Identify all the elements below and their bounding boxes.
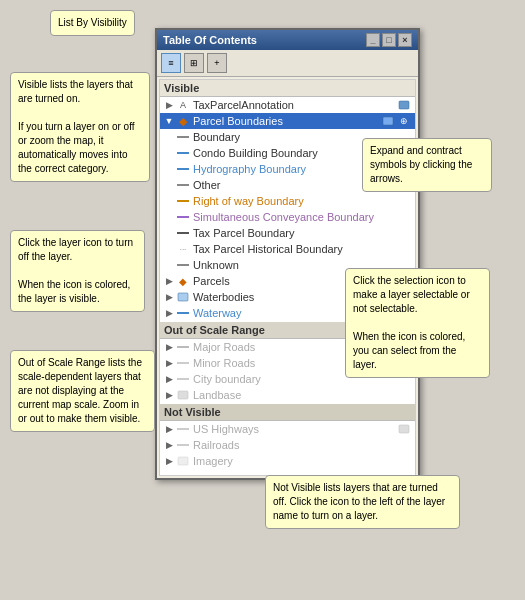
svg-rect-6 [178,457,188,465]
callout-selection-icon: Click the selection icon to make a layer… [345,268,490,378]
svg-rect-0 [399,101,409,109]
dots-symbol: ··· [176,242,190,256]
line-symbol [176,178,190,192]
layer-name: Waterway [193,307,242,319]
layer-name: Right of way Boundary [193,195,304,207]
layer-name: Unknown [193,259,239,271]
callout-visible-text: Visible lists the layers that are turned… [18,79,135,174]
layer-parcel-boundaries[interactable]: ▼ ◆ Parcel Boundaries ⊕ [160,113,415,129]
layer-name: Waterbodies [193,291,254,303]
toc-toolbar: ≡ ⊞ + [157,50,418,77]
layer-tax-parcel-boundary[interactable]: Tax Parcel Boundary [160,225,415,241]
layer-imagery[interactable]: ▶ Imagery [160,453,415,469]
layer-name: Imagery [193,455,233,467]
expand-arrow[interactable]: ▶ [164,276,174,286]
layer-landbase[interactable]: ▶ Landbase [160,387,415,403]
svg-rect-1 [383,117,393,125]
railroad-icon [176,438,190,452]
properties-button[interactable]: ⊞ [184,53,204,73]
svg-rect-4 [178,391,188,399]
line-symbol [176,194,190,208]
list-view-button[interactable]: ≡ [161,53,181,73]
expand-arrow[interactable]: ▶ [164,390,174,400]
visibility-icon[interactable] [397,422,411,436]
toc-title: Table Of Contents [163,34,257,46]
callout-layer-icon: Click the layer icon to turn off the lay… [10,230,145,312]
imagery-icon [176,454,190,468]
layer-name: Condo Building Boundary [193,147,318,159]
layer-railroads[interactable]: ▶ Railroads [160,437,415,453]
layer-name: Tax Parcel Historical Boundary [193,243,343,255]
layer-action-icons [397,98,411,112]
layer-name: US Highways [193,423,259,435]
line-symbol [176,258,190,272]
toc-window: Table Of Contents _ □ × ≡ ⊞ + Visible ▶ … [155,28,420,480]
toc-titlebar-icons: _ □ × [366,33,412,47]
expand-arrow[interactable]: ▶ [164,342,174,352]
boundary-icon [176,372,190,386]
section-not-visible: Not Visible [160,404,415,421]
layer-name: Railroads [193,439,239,451]
highway-icon [176,422,190,436]
callout-expand-text: Expand and contract symbols by clicking … [370,145,472,184]
layer-name: City boundary [193,373,261,385]
road-icon [176,340,190,354]
callout-not-visible-text: Not Visible lists layers that are turned… [273,482,445,521]
line-icon [176,306,190,320]
expand-arrow[interactable]: ▶ [164,440,174,450]
diamond-icon: ◆ [176,274,190,288]
layer-name: Major Roads [193,341,255,353]
expand-arrow[interactable]: ▶ [164,292,174,302]
road-icon [176,356,190,370]
line-symbol [176,130,190,144]
group-icon: ◆ [176,114,190,128]
layer-right-of-way[interactable]: Right of way Boundary [160,193,415,209]
layer-name: Tax Parcel Boundary [193,227,295,239]
svg-rect-5 [399,425,409,433]
maximize-button[interactable]: □ [382,33,396,47]
polygon-icon [176,290,190,304]
visibility-icon[interactable] [381,114,395,128]
layer-tax-parcel-historical[interactable]: ··· Tax Parcel Historical Boundary [160,241,415,257]
toc-titlebar: Table Of Contents _ □ × [157,30,418,50]
polygon-icon [176,388,190,402]
layer-name: Minor Roads [193,357,255,369]
line-symbol [176,226,190,240]
callout-out-of-scale: Out of Scale Range lists the scale-depen… [10,350,155,432]
callout-expand-contract: Expand and contract symbols by clicking … [362,138,492,192]
svg-rect-3 [178,293,188,301]
add-data-button[interactable]: + [207,53,227,73]
layer-simultaneous-conveyance[interactable]: Simultaneous Conveyance Boundary [160,209,415,225]
close-button[interactable]: × [398,33,412,47]
expand-arrow[interactable]: ▶ [164,100,174,110]
layer-action-icons: ⊕ [381,114,411,128]
layer-name: Landbase [193,389,241,401]
expand-arrow[interactable]: ▶ [164,374,174,384]
expand-arrow[interactable]: ▶ [164,308,174,318]
layer-tax-parcel-annotation[interactable]: ▶ A TaxParcelAnnotation [160,97,415,113]
minimize-button[interactable]: _ [366,33,380,47]
callout-list-by-visibility: List By Visibility [50,10,135,36]
layer-name: Parcels [193,275,230,287]
expand-arrow[interactable]: ▼ [164,116,174,126]
line-symbol [176,210,190,224]
expand-arrow[interactable]: ▶ [164,358,174,368]
callout-layer-icon-text: Click the layer icon to turn off the lay… [18,237,133,304]
line-symbol [176,162,190,176]
layer-name: Hydrography Boundary [193,163,306,175]
expand-arrow[interactable]: ▶ [164,424,174,434]
layer-name: Boundary [193,131,240,143]
layer-action-icons [397,422,411,436]
expand-arrow[interactable]: ▶ [164,456,174,466]
section-visible: Visible [160,80,415,97]
layer-name: Other [193,179,221,191]
visibility-icon[interactable] [397,98,411,112]
layer-us-highways[interactable]: ▶ US Highways [160,421,415,437]
callout-selection-text: Click the selection icon to make a layer… [353,275,470,370]
callout-not-visible: Not Visible lists layers that are turned… [265,475,460,529]
line-symbol [176,146,190,160]
layer-name: Simultaneous Conveyance Boundary [193,211,374,223]
annotation-icon: A [176,98,190,112]
selection-icon[interactable]: ⊕ [397,114,411,128]
callout-visible-desc: Visible lists the layers that are turned… [10,72,150,182]
